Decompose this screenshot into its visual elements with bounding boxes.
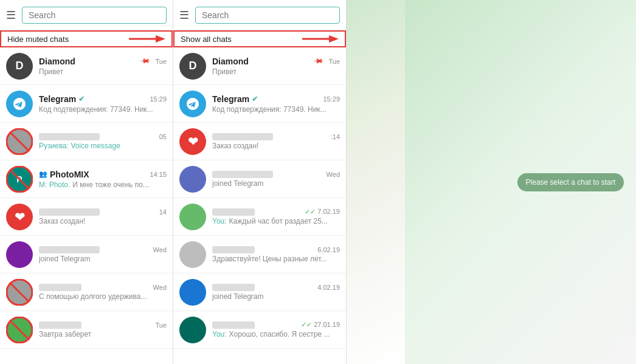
chat-time-muted2-left: Wed [153, 284, 167, 291]
chat-name-you2-mid [212, 321, 255, 329]
avatar-telegram-left [6, 91, 33, 117]
chat-preview-joined1-left: joined Telegram [39, 255, 167, 263]
chat-item-prices-mid[interactable]: 6.02.19 Здравствуйте! Цены разные лет... [173, 236, 346, 273]
left-header: ☰ [0, 0, 173, 30]
chat-name-diamond-mid: Diamond [212, 57, 249, 66]
chat-name-joined1-left [39, 246, 100, 253]
chat-time-telegram-left: 15:29 [150, 95, 167, 103]
hide-muted-banner[interactable]: Hide muted chats [7, 35, 69, 44]
please-select-right: Please select a chat to start [517, 173, 624, 191]
no-symbol-icon-photomix-left [6, 166, 33, 193]
chat-preview-joined1-mid: joined Telegram [212, 179, 340, 188]
avatar-you1-mid [179, 204, 206, 230]
chat-content-muted2-left: Wed С помощью долгого удержива... [39, 284, 167, 301]
chat-preview-diamond-mid: Привет [212, 67, 340, 76]
chat-item-diamond-left[interactable]: D Diamond 📌 Tue Привет [0, 47, 173, 85]
chat-time-muted1-left: 05 [159, 133, 167, 140]
search-input-middle[interactable] [195, 7, 340, 24]
chat-name-joined2-mid [212, 284, 255, 291]
svg-line-9 [10, 320, 29, 340]
chat-name-muted2-left [39, 284, 81, 291]
chat-time-joined1-mid: Wed [327, 171, 340, 178]
chat-time-you2-mid: ✓✓ 27.01.19 [301, 321, 340, 329]
chat-time-you1-mid: ✓✓ 7.02.19 [305, 208, 340, 216]
chat-name-you1-mid [212, 208, 255, 216]
chat-item-muted1-left[interactable]: 05 Рузиева: Voice message [0, 123, 173, 160]
chat-preview-order-left: Заказ создан! [39, 217, 167, 225]
avatar-joined1-left [6, 241, 33, 268]
chat-time-order-mid: :14 [331, 133, 340, 140]
middle-panel: ☰ Show all chats D Diamond 📌 Tu [173, 0, 347, 364]
chat-content-you2-mid: ✓✓ 27.01.19 You: Хорошо, спасибо. Я сест… [212, 321, 340, 338]
chat-item-muted3-left[interactable]: Tue Завтра заберет [0, 311, 173, 349]
chat-preview-telegram-mid: Код подтверждения: 77349. Ник... [212, 105, 340, 114]
hamburger-icon-middle[interactable]: ☰ [179, 9, 189, 22]
chat-item-muted2-left[interactable]: Wed С помощью долгого удержива... [0, 273, 173, 311]
no-symbol-icon-muted2-left [6, 279, 33, 306]
chat-name-diamond-left: Diamond [39, 57, 75, 66]
chat-item-joined2-mid[interactable]: 4.02.19 joined Telegram [173, 273, 346, 311]
chat-content-you1-mid: ✓✓ 7.02.19 You: Каждый час бот раздает 2… [212, 208, 340, 225]
svg-marker-1 [156, 35, 165, 43]
checkmark-you2: ✓✓ [301, 321, 312, 328]
chat-name-telegram-left: Telegram ✔ [39, 94, 85, 104]
chat-item-joined1-mid[interactable]: Wed joined Telegram [173, 160, 346, 198]
checkmark-you1: ✓✓ [305, 208, 316, 215]
verified-badge-telegram-mid: ✔ [252, 95, 258, 103]
chat-item-you1-mid[interactable]: ✓✓ 7.02.19 You: Каждый час бот раздает 2… [173, 198, 346, 236]
pin-icon-diamond-left: 📌 [139, 55, 151, 67]
chat-preview-muted2-left: С помощью долгого удержива... [39, 292, 167, 301]
chat-name-photomix-left: 👥 PhotoMIX [39, 170, 89, 179]
chat-content-joined2-mid: 4.02.19 joined Telegram [212, 284, 340, 301]
chat-item-telegram-mid[interactable]: Telegram ✔ 15:29 Код подтверждения: 7734… [173, 85, 346, 123]
chat-item-order-mid[interactable]: ❤ :14 Заказ создан! [173, 123, 346, 160]
middle-header: ☰ [173, 0, 346, 30]
chat-name-muted1-left [39, 133, 100, 140]
avatar-telegram-mid [179, 91, 206, 117]
pin-icon-diamond-mid: 📌 [313, 55, 324, 67]
chat-content-diamond-mid: Diamond 📌 Tue Привет [212, 57, 340, 76]
chat-preview-muted3-left: Завтра заберет [39, 330, 167, 338]
chat-content-telegram-mid: Telegram ✔ 15:29 Код подтверждения: 7734… [212, 94, 340, 114]
chat-name-order-left [39, 208, 100, 216]
avatar-order-mid: ❤ [179, 128, 206, 155]
hamburger-icon-left[interactable]: ☰ [6, 9, 16, 22]
no-symbol-icon-muted1-left [6, 128, 33, 155]
chat-name-prices-mid [212, 246, 255, 253]
chat-preview-prices-mid: Здравствуйте! Цены разные лет... [212, 255, 340, 263]
chat-time-joined2-mid: 4.02.19 [317, 284, 340, 291]
chat-content-order-mid: :14 Заказ создан! [212, 133, 340, 150]
chat-name-telegram-mid: Telegram ✔ [212, 94, 258, 104]
chat-content-joined1-mid: Wed joined Telegram [212, 171, 340, 188]
left-chat-list: D Diamond 📌 Tue Привет [0, 47, 173, 364]
chat-content-muted3-left: Tue Завтра заберет [39, 321, 167, 338]
avatar-you2-mid [179, 317, 206, 343]
chat-time-diamond-mid: Tue [328, 58, 340, 65]
avatar-joined1-mid [179, 166, 206, 193]
svg-line-3 [10, 132, 29, 151]
chat-preview-photomix-left: M: Photo. И мне тоже очень по... [39, 180, 167, 189]
show-all-banner[interactable]: Show all chats [181, 35, 232, 44]
chat-item-telegram-left[interactable]: Telegram ✔ 15:29 Код подтверждения: 7734… [0, 85, 173, 123]
svg-marker-21 [329, 35, 339, 43]
chat-preview-diamond-left: Привет [39, 67, 167, 76]
chat-content-joined1-left: Wed joined Telegram [39, 246, 167, 263]
chat-time-prices-mid: 6.02.19 [317, 246, 340, 253]
chat-item-you2-mid[interactable]: ✓✓ 27.01.19 You: Хорошо, спасибо. Я сест… [173, 311, 346, 349]
chat-item-diamond-mid[interactable]: D Diamond 📌 Tue Привет [173, 47, 346, 85]
svg-line-7 [10, 283, 29, 302]
chat-preview-telegram-left: Код подтверждения: 77349. Ник... [39, 105, 167, 114]
chat-item-order-left[interactable]: ❤ 14 Заказ создан! [0, 198, 173, 236]
red-arrow-icon-left [129, 33, 165, 44]
avatar-order-left: ❤ [6, 204, 33, 230]
avatar-diamond-mid: D [179, 53, 206, 80]
chat-item-joined1-left[interactable]: Wed joined Telegram [0, 236, 173, 273]
chat-preview-you2-mid: You: Хорошо, спасибо. Я сестре ... [212, 330, 340, 338]
chat-content-telegram-left: Telegram ✔ 15:29 Код подтверждения: 7734… [39, 94, 167, 114]
svg-line-5 [10, 170, 29, 189]
chat-content-order-left: 14 Заказ создан! [39, 208, 167, 225]
search-input-left[interactable] [22, 7, 167, 24]
chat-content-photomix-left: 👥 PhotoMIX 14:15 M: Photo. И мне тоже оч… [39, 170, 167, 189]
chat-item-photomix-left[interactable]: P 👥 PhotoMIX 14:15 M: Photo. И мне тоже … [0, 160, 173, 198]
chat-time-telegram-mid: 15:29 [323, 95, 340, 103]
